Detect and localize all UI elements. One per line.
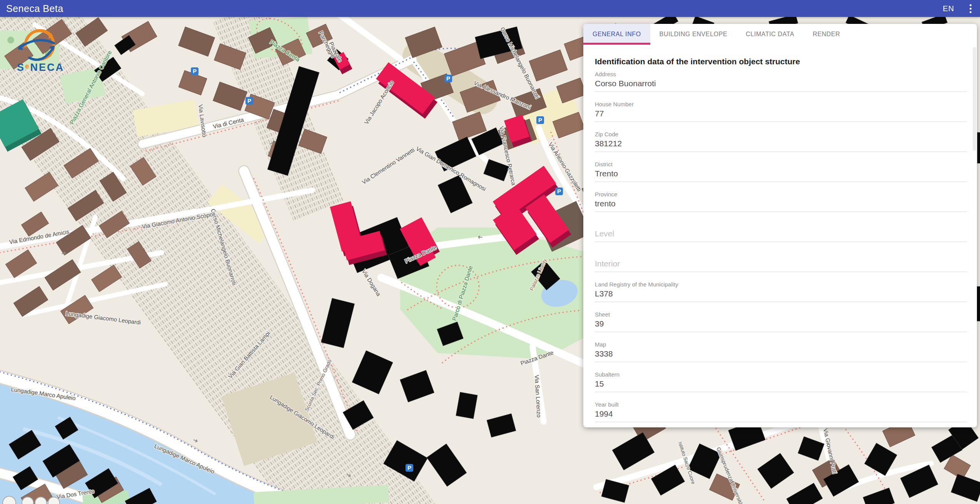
svg-text:P: P [193, 68, 197, 74]
field-address: Address Corso Buonarroti [595, 71, 967, 92]
level-input[interactable]: Level [595, 229, 967, 238]
svg-text:P: P [247, 97, 251, 104]
seneca-logo: SeNECA [14, 28, 64, 76]
tab-climatic-data[interactable]: CLIMATIC DATA [736, 24, 803, 45]
field-house-number: House Number 77 [595, 101, 967, 122]
field-label: Land Registry of the Municipality [595, 281, 967, 288]
app-title: Seneca Beta [0, 3, 63, 14]
year-built-input[interactable]: 1994 [595, 409, 967, 419]
address-input[interactable]: Corso Buonarroti [595, 79, 967, 88]
general-info-form: Identification data of the intervention … [583, 57, 977, 422]
field-label: Year built [595, 401, 967, 408]
zip-code-input[interactable]: 381212 [595, 139, 967, 148]
land-registry-input[interactable]: L378 [595, 289, 967, 298]
parking-icon: P [444, 75, 452, 82]
field-map: Map 3338 [595, 341, 967, 362]
kebab-menu-icon[interactable] [967, 3, 974, 15]
field-label: House Number [595, 101, 967, 107]
field-label [595, 251, 967, 258]
panel-scrollbar[interactable] [973, 47, 976, 151]
info-panel: GENERAL INFO BUILDING ENVELOPE CLIMATIC … [583, 24, 977, 427]
field-sheet: Sheet 39 [595, 311, 967, 332]
logo-text: SeNECA [17, 62, 64, 73]
field-zip-code: Zip Code 381212 [595, 131, 967, 152]
field-label: Sheet [595, 311, 967, 318]
map-input[interactable]: 3338 [595, 349, 967, 358]
parking-icon: P [245, 97, 253, 105]
district-input[interactable]: Trento [595, 169, 967, 178]
tab-general-info[interactable]: GENERAL INFO [583, 24, 650, 45]
svg-text:P: P [538, 117, 542, 123]
svg-text:➜: ➜ [477, 234, 483, 241]
tab-building-envelope[interactable]: BUILDING ENVELOPE [650, 24, 736, 45]
field-label: Province [595, 191, 967, 198]
language-button[interactable]: EN [943, 4, 954, 13]
form-heading: Identification data of the intervention … [595, 57, 967, 66]
field-label [595, 221, 967, 228]
field-level: Level [595, 221, 967, 242]
house-number-input[interactable]: 77 [595, 109, 967, 118]
svg-text:P: P [446, 75, 450, 82]
parking-icon: P [406, 464, 413, 472]
sheet-input[interactable]: 39 [595, 319, 967, 328]
province-input[interactable]: trento [595, 199, 967, 208]
field-interior: Interior [595, 251, 967, 272]
field-year-built: Year built 1994 [595, 401, 967, 422]
parking-icon: P [555, 188, 563, 195]
parking-icon: P [536, 116, 544, 124]
tab-render[interactable]: RENDER [803, 24, 849, 45]
subaltern-input[interactable]: 15 [595, 379, 967, 388]
field-label: Map [595, 341, 967, 348]
field-label: District [595, 161, 967, 167]
app-bar: Seneca Beta EN [0, 0, 980, 17]
interior-input[interactable]: Interior [595, 259, 967, 268]
svg-text:P: P [557, 188, 561, 194]
field-subaltern: Subaltern 15 [595, 371, 967, 392]
tab-bar: GENERAL INFO BUILDING ENVELOPE CLIMATIC … [583, 24, 977, 45]
field-district: District Trento [595, 161, 967, 182]
field-land-registry: Land Registry of the Municipality L378 [595, 281, 967, 302]
field-label: Zip Code [595, 131, 967, 137]
svg-text:P: P [407, 464, 411, 471]
field-label: Subaltern [595, 371, 967, 378]
field-label: Address [595, 71, 967, 77]
field-province: Province trento [595, 191, 967, 212]
parking-icon: P [191, 67, 199, 75]
